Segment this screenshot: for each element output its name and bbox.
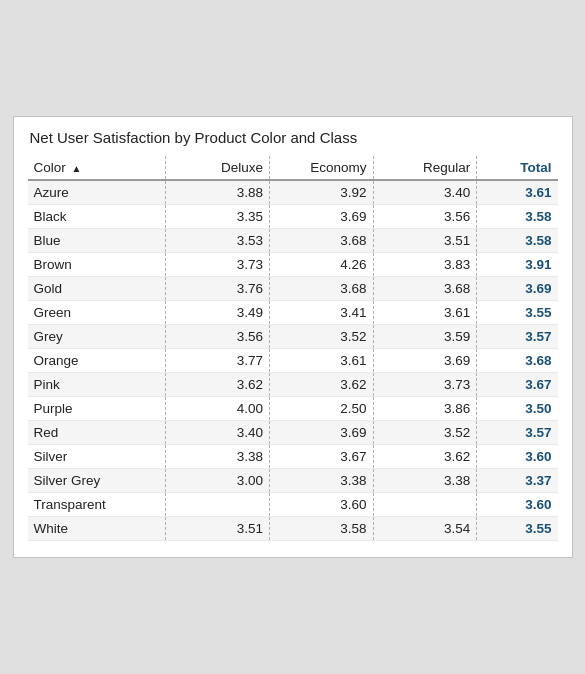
cell-color: Green [28,301,166,325]
cell-color: Black [28,205,166,229]
cell-regular: 3.62 [373,445,477,469]
table-row: Brown3.734.263.833.91 [28,253,558,277]
table-row: Purple4.002.503.863.50 [28,397,558,421]
header-row: Color ▲ Deluxe Economy Regular Total [28,156,558,180]
cell-regular: 3.51 [373,229,477,253]
cell-economy: 3.68 [269,229,373,253]
cell-color: Silver [28,445,166,469]
cell-total: 3.50 [477,397,558,421]
cell-color: Brown [28,253,166,277]
table-row: Green3.493.413.613.55 [28,301,558,325]
cell-deluxe: 3.56 [166,325,270,349]
cell-total: 3.57 [477,421,558,445]
cell-economy: 3.67 [269,445,373,469]
cell-total: 3.61 [477,180,558,205]
col-header-deluxe[interactable]: Deluxe [166,156,270,180]
cell-total: 3.67 [477,373,558,397]
sort-icon: ▲ [72,163,82,174]
cell-economy: 3.38 [269,469,373,493]
cell-total: 3.58 [477,229,558,253]
cell-color: Red [28,421,166,445]
cell-deluxe: 3.00 [166,469,270,493]
cell-color: Grey [28,325,166,349]
cell-color: Blue [28,229,166,253]
cell-regular: 3.54 [373,517,477,541]
cell-deluxe: 4.00 [166,397,270,421]
table-row: Red3.403.693.523.57 [28,421,558,445]
cell-deluxe: 3.73 [166,253,270,277]
cell-total: 3.55 [477,517,558,541]
cell-deluxe: 3.77 [166,349,270,373]
cell-color: Silver Grey [28,469,166,493]
table-row: White3.513.583.543.55 [28,517,558,541]
cell-deluxe: 3.62 [166,373,270,397]
cell-regular: 3.69 [373,349,477,373]
col-header-economy[interactable]: Economy [269,156,373,180]
cell-total: 3.60 [477,493,558,517]
cell-regular: 3.73 [373,373,477,397]
table-row: Grey3.563.523.593.57 [28,325,558,349]
table-row: Orange3.773.613.693.68 [28,349,558,373]
cell-regular: 3.83 [373,253,477,277]
cell-deluxe: 3.88 [166,180,270,205]
cell-deluxe: 3.76 [166,277,270,301]
cell-total: 3.37 [477,469,558,493]
cell-economy: 3.92 [269,180,373,205]
cell-regular: 3.61 [373,301,477,325]
col-header-total[interactable]: Total [477,156,558,180]
cell-color: Azure [28,180,166,205]
col-header-color[interactable]: Color ▲ [28,156,166,180]
cell-economy: 3.58 [269,517,373,541]
cell-total: 3.68 [477,349,558,373]
cell-deluxe: 3.35 [166,205,270,229]
col-header-regular[interactable]: Regular [373,156,477,180]
cell-regular: 3.68 [373,277,477,301]
cell-regular: 3.52 [373,421,477,445]
cell-regular: 3.86 [373,397,477,421]
cell-deluxe: 3.51 [166,517,270,541]
cell-regular: 3.56 [373,205,477,229]
cell-economy: 3.41 [269,301,373,325]
cell-deluxe [166,493,270,517]
cell-total: 3.57 [477,325,558,349]
cell-economy: 3.60 [269,493,373,517]
cell-color: White [28,517,166,541]
cell-deluxe: 3.40 [166,421,270,445]
cell-economy: 3.52 [269,325,373,349]
table-row: Blue3.533.683.513.58 [28,229,558,253]
cell-deluxe: 3.38 [166,445,270,469]
cell-economy: 2.50 [269,397,373,421]
cell-deluxe: 3.49 [166,301,270,325]
cell-total: 3.91 [477,253,558,277]
cell-total: 3.58 [477,205,558,229]
table-row: Azure3.883.923.403.61 [28,180,558,205]
cell-economy: 3.69 [269,205,373,229]
card: Net User Satisfaction by Product Color a… [13,116,573,558]
data-table: Color ▲ Deluxe Economy Regular Total Azu… [28,156,558,541]
cell-color: Transparent [28,493,166,517]
table-row: Silver Grey3.003.383.383.37 [28,469,558,493]
cell-total: 3.60 [477,445,558,469]
table-row: Silver3.383.673.623.60 [28,445,558,469]
table-row: Black3.353.693.563.58 [28,205,558,229]
cell-color: Gold [28,277,166,301]
cell-regular [373,493,477,517]
cell-economy: 4.26 [269,253,373,277]
table-row: Gold3.763.683.683.69 [28,277,558,301]
table-row: Transparent3.603.60 [28,493,558,517]
cell-regular: 3.40 [373,180,477,205]
cell-color: Orange [28,349,166,373]
cell-economy: 3.69 [269,421,373,445]
cell-color: Pink [28,373,166,397]
cell-total: 3.69 [477,277,558,301]
cell-economy: 3.68 [269,277,373,301]
cell-deluxe: 3.53 [166,229,270,253]
cell-total: 3.55 [477,301,558,325]
cell-economy: 3.61 [269,349,373,373]
chart-title: Net User Satisfaction by Product Color a… [28,129,558,146]
cell-regular: 3.38 [373,469,477,493]
cell-regular: 3.59 [373,325,477,349]
table-row: Pink3.623.623.733.67 [28,373,558,397]
cell-color: Purple [28,397,166,421]
cell-economy: 3.62 [269,373,373,397]
